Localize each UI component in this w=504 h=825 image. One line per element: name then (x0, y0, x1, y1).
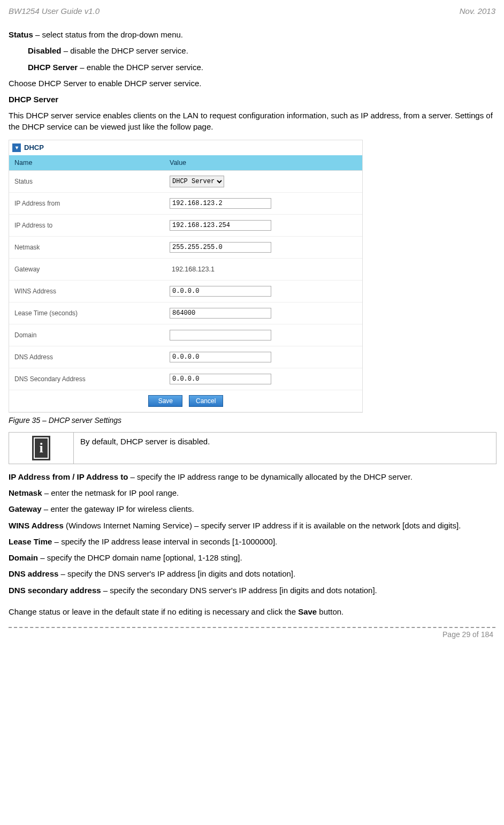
panel-titlebar: ▾ DHCP (9, 140, 362, 155)
save-button[interactable]: Save (148, 395, 182, 407)
dhcp-table: Name Value Status DHCP Server IP Address… (9, 155, 362, 412)
info-icon: i (32, 436, 50, 460)
def-dns-rest: – specify the DNS server's IP address [i… (58, 569, 295, 578)
def-wins: WINS Address (Windows Internet Naming Se… (9, 520, 495, 531)
info-box: i By default, DHCP server is disabled. (9, 432, 497, 464)
col-value-header: Value (164, 155, 362, 171)
row-label-dns: DNS Address (9, 346, 164, 368)
def-domain: Domain – specify the DHCP domain name [o… (9, 552, 495, 563)
def-gateway: Gateway – enter the gateway IP for wirel… (9, 504, 495, 514)
dhcp-server-option-label: DHCP Server (28, 63, 78, 72)
doc-date: Nov. 2013 (460, 6, 495, 16)
ip-to-input[interactable] (170, 220, 271, 231)
table-row: DNS Secondary Address (9, 368, 362, 390)
dhcp-settings-screenshot: ▾ DHCP Name Value Status DHCP Server IP … (9, 140, 363, 413)
def-dns2: DNS secondary address – specify the seco… (9, 585, 495, 596)
status-select[interactable]: DHCP Server (170, 176, 224, 187)
row-label-ip-to: IP Address to (9, 214, 164, 236)
def-gateway-rest: – enter the gateway IP for wireless clie… (42, 504, 194, 513)
row-label-ip-from: IP Address from (9, 192, 164, 214)
footer-separator (9, 627, 495, 628)
disabled-label: Disabled (28, 46, 62, 55)
row-label-dns2: DNS Secondary Address (9, 368, 164, 390)
table-header-row: Name Value (9, 155, 362, 171)
table-row: Lease Time (seconds) (9, 302, 362, 324)
table-row: DNS Address (9, 346, 362, 368)
row-label-gateway: Gateway (9, 258, 164, 280)
disabled-rest: – disable the DHCP server service. (62, 46, 188, 55)
page-header: BW1254 User Guide v1.0 Nov. 2013 (9, 6, 495, 16)
status-rest: – select status from the drop-down menu. (33, 30, 183, 39)
row-label-netmask: Netmask (9, 236, 164, 258)
def-dns2-label: DNS secondary address (9, 586, 101, 595)
status-label: Status (9, 30, 33, 39)
def-lease-label: Lease Time (9, 537, 52, 546)
def-netmask: Netmask – enter the netmask for IP pool … (9, 488, 495, 498)
status-line: Status – select status from the drop-dow… (9, 29, 495, 40)
figure-caption: Figure 35 – DHCP server Settings (9, 416, 495, 425)
change-line-pre: Change status or leave in the default st… (9, 607, 298, 616)
netmask-input[interactable] (170, 242, 271, 253)
def-dns-label: DNS address (9, 569, 58, 578)
wins-input[interactable] (170, 286, 271, 297)
def-wins-rest: (Windows Internet Naming Service) – spec… (64, 521, 461, 530)
row-label-lease: Lease Time (seconds) (9, 302, 164, 324)
info-text: By default, DHCP server is disabled. (74, 433, 496, 464)
ip-from-input[interactable] (170, 198, 271, 209)
def-ip-range-label: IP Address from / IP Address to (9, 472, 128, 481)
dhcp-server-option-line: DHCP Server – enable the DHCP server ser… (28, 62, 495, 73)
doc-title: BW1254 User Guide v1.0 (9, 6, 100, 16)
page-footer: Page 29 of 184 (9, 630, 495, 639)
def-netmask-rest: – enter the netmask for IP pool range. (42, 488, 179, 497)
dns-input[interactable] (170, 352, 271, 362)
domain-input[interactable] (170, 330, 271, 340)
table-row: Gateway 192.168.123.1 (9, 258, 362, 280)
table-row: IP Address to (9, 214, 362, 236)
def-lease: Lease Time – specify the IP address leas… (9, 536, 495, 547)
def-ip-range-rest: – specify the IP address range to be dyn… (128, 472, 412, 481)
table-row: Status DHCP Server (9, 170, 362, 192)
table-row: Domain (9, 324, 362, 346)
table-row: IP Address from (9, 192, 362, 214)
choose-line: Choose DHCP Server to enable DHCP server… (9, 78, 495, 89)
dhcp-server-heading-b: DHCP Server (9, 95, 58, 104)
gateway-value: 192.168.123.1 (170, 266, 215, 273)
row-label-domain: Domain (9, 324, 164, 346)
table-row: WINS Address (9, 280, 362, 302)
panel-title: DHCP (24, 143, 44, 152)
def-gateway-label: Gateway (9, 504, 42, 513)
row-label-wins: WINS Address (9, 280, 164, 302)
collapse-icon[interactable]: ▾ (12, 143, 21, 152)
change-line: Change status or leave in the default st… (9, 607, 495, 617)
change-line-bold: Save (298, 607, 317, 616)
info-icon-cell: i (9, 433, 74, 464)
dhcp-server-heading: DHCP Server (9, 94, 495, 105)
table-buttons-row: Save Cancel (9, 390, 362, 412)
def-domain-label: Domain (9, 553, 38, 562)
dhcp-server-desc: This DHCP server service enables clients… (9, 110, 495, 132)
cancel-button[interactable]: Cancel (189, 395, 223, 407)
def-netmask-label: Netmask (9, 488, 42, 497)
def-wins-label: WINS Address (9, 521, 64, 530)
def-ip-range: IP Address from / IP Address to – specif… (9, 472, 495, 482)
disabled-line: Disabled – disable the DHCP server servi… (28, 46, 495, 56)
change-line-post: button. (317, 607, 343, 616)
def-dns2-rest: – specify the secondary DNS server's IP … (101, 586, 377, 595)
def-dns: DNS address – specify the DNS server's I… (9, 569, 495, 579)
table-row: Netmask (9, 236, 362, 258)
lease-input[interactable] (170, 308, 271, 319)
def-domain-rest: – specify the DHCP domain name [optional… (38, 553, 242, 562)
row-label-status: Status (9, 170, 164, 192)
dns2-input[interactable] (170, 374, 271, 384)
col-name-header: Name (9, 155, 164, 171)
dhcp-server-option-rest: – enable the DHCP server service. (78, 63, 203, 72)
def-lease-rest: – specify the IP address lease interval … (52, 537, 277, 546)
